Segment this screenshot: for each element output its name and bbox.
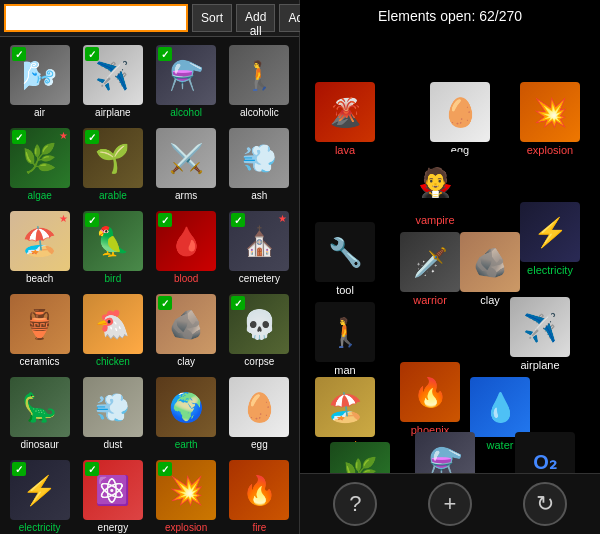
right-panel: Elements open: 62/270 🌋lava🥚egg💥explosio…	[300, 0, 600, 534]
right-thumb-alcohol: ⚗️	[415, 432, 475, 473]
right-element-electricity[interactable]: ⚡electricity	[520, 202, 580, 276]
right-name-airplane: airplane	[520, 359, 559, 371]
right-element-oxygen[interactable]: O₂oxygen	[515, 432, 575, 473]
check-badge: ✓	[158, 213, 172, 227]
left-element-alcohol[interactable]: ✓⚗️alcohol	[151, 41, 222, 122]
name-arable: arable	[99, 190, 127, 201]
right-thumb-man: 🚶	[315, 302, 375, 362]
icon-algae: 🌿	[22, 142, 57, 175]
sort-button[interactable]: Sort	[192, 4, 232, 32]
left-element-fire[interactable]: 🔥fire	[224, 456, 295, 534]
right-thumb-warrior: 🗡️	[400, 232, 460, 292]
left-element-clay[interactable]: ✓🪨clay	[151, 290, 222, 371]
name-egg: egg	[251, 439, 268, 450]
right-thumb-phoenix: 🔥	[400, 362, 460, 422]
left-element-electricity[interactable]: ✓⚡electricity	[4, 456, 75, 534]
left-element-dinosaur[interactable]: 🦕dinosaur	[4, 373, 75, 454]
check-badge: ✓	[12, 130, 26, 144]
left-element-cemetery[interactable]: ✓★⛪cemetery	[224, 207, 295, 288]
right-icon-clay: 🪨	[473, 246, 508, 279]
left-element-explosion[interactable]: ✓💥explosion	[151, 456, 222, 534]
right-icon-vampire: 🧛	[418, 166, 453, 199]
thumb-blood: ✓🩸	[156, 211, 216, 271]
right-content: 🌋lava🥚egg💥explosion🧛vampire⚡electricity🔧…	[300, 32, 600, 473]
right-element-clay[interactable]: 🪨clay	[460, 232, 520, 306]
left-element-dust[interactable]: 💨dust	[77, 373, 148, 454]
left-element-chicken[interactable]: 🐔chicken	[77, 290, 148, 371]
left-element-airplane[interactable]: ✓✈️airplane	[77, 41, 148, 122]
right-thumb-tool: 🔧	[315, 222, 375, 282]
right-icon-sand: 🏖️	[328, 391, 363, 424]
right-icon-warrior: 🗡️	[413, 246, 448, 279]
check-badge: ✓	[85, 213, 99, 227]
right-element-explosion[interactable]: 💥explosion	[520, 82, 580, 156]
thumb-chicken: 🐔	[83, 294, 143, 354]
thumb-arable: ✓🌱	[83, 128, 143, 188]
add-element-button[interactable]: +	[428, 482, 472, 526]
right-element-tool[interactable]: 🔧tool	[315, 222, 375, 296]
right-element-man[interactable]: 🚶man	[315, 302, 375, 376]
icon-airplane: ✈️	[95, 59, 130, 92]
icon-alcohol: ⚗️	[169, 59, 204, 92]
left-element-egg[interactable]: 🥚egg	[224, 373, 295, 454]
check-badge: ✓	[12, 462, 26, 476]
thumb-fire: 🔥	[229, 460, 289, 520]
icon-energy: ⚛️	[95, 474, 130, 507]
thumb-alcoholic: 🚶	[229, 45, 289, 105]
right-element-phoenix[interactable]: 🔥phoenix	[400, 362, 460, 436]
name-fire: fire	[252, 522, 266, 533]
right-name-lava: lava	[335, 144, 355, 156]
right-element-lava[interactable]: 🌋lava	[315, 82, 375, 156]
right-icon-explosion: 💥	[533, 96, 568, 129]
name-bird: bird	[105, 273, 122, 284]
thumb-egg: 🥚	[229, 377, 289, 437]
right-thumb-oxygen: O₂	[515, 432, 575, 473]
right-thumb-water: 💧	[470, 377, 530, 437]
left-element-ceramics[interactable]: 🏺ceramics	[4, 290, 75, 371]
icon-blood: 🩸	[169, 225, 204, 258]
left-element-corpse[interactable]: ✓💀corpse	[224, 290, 295, 371]
check-badge: ✓	[231, 296, 245, 310]
right-element-vampire[interactable]: 🧛vampire	[405, 152, 465, 226]
left-element-arms[interactable]: ⚔️arms	[151, 124, 222, 205]
thumb-arms: ⚔️	[156, 128, 216, 188]
left-element-earth[interactable]: 🌍earth	[151, 373, 222, 454]
check-badge: ✓	[158, 462, 172, 476]
name-air: air	[34, 107, 45, 118]
left-element-alcoholic[interactable]: 🚶alcoholic	[224, 41, 295, 122]
add-all-button[interactable]: Add all	[236, 4, 275, 32]
left-element-bird[interactable]: ✓🦜bird	[77, 207, 148, 288]
right-element-warrior[interactable]: 🗡️warrior	[400, 232, 460, 306]
left-element-blood[interactable]: ✓🩸blood	[151, 207, 222, 288]
right-thumb-explosion: 💥	[520, 82, 580, 142]
right-element-egg[interactable]: 🥚egg	[430, 82, 490, 156]
name-dinosaur: dinosaur	[20, 439, 58, 450]
icon-ceramics: 🏺	[22, 308, 57, 341]
thumb-corpse: ✓💀	[229, 294, 289, 354]
thumb-bird: ✓🦜	[83, 211, 143, 271]
right-icon-alcohol: ⚗️	[428, 446, 463, 474]
left-element-ash[interactable]: 💨ash	[224, 124, 295, 205]
icon-dinosaur: 🦕	[22, 391, 57, 424]
icon-corpse: 💀	[242, 308, 277, 341]
thumb-ceramics: 🏺	[10, 294, 70, 354]
right-element-sand[interactable]: 🏖️sand	[315, 377, 375, 451]
right-icon-egg: 🥚	[443, 96, 478, 129]
left-element-beach[interactable]: ★🏖️beach	[4, 207, 75, 288]
left-element-air[interactable]: ✓🌬️air	[4, 41, 75, 122]
right-thumb-electricity: ⚡	[520, 202, 580, 262]
help-button[interactable]: ?	[333, 482, 377, 526]
right-element-airplane[interactable]: ✈️airplane	[510, 297, 570, 371]
right-icon-phoenix: 🔥	[413, 376, 448, 409]
right-element-alcohol[interactable]: ⚗️alcohol	[415, 432, 475, 473]
left-panel: Sort Add all Add ✓🌬️air✓✈️airplane✓⚗️alc…	[0, 0, 300, 534]
name-energy: energy	[98, 522, 129, 533]
right-element-algae[interactable]: 🌿algae	[330, 442, 390, 473]
thumb-cemetery: ✓★⛪	[229, 211, 289, 271]
refresh-button[interactable]: ↻	[523, 482, 567, 526]
left-element-arable[interactable]: ✓🌱arable	[77, 124, 148, 205]
left-element-energy[interactable]: ✓⚛️energy	[77, 456, 148, 534]
search-input[interactable]	[4, 4, 188, 32]
left-element-algae[interactable]: ✓★🌿algae	[4, 124, 75, 205]
icon-dust: 💨	[95, 391, 130, 424]
